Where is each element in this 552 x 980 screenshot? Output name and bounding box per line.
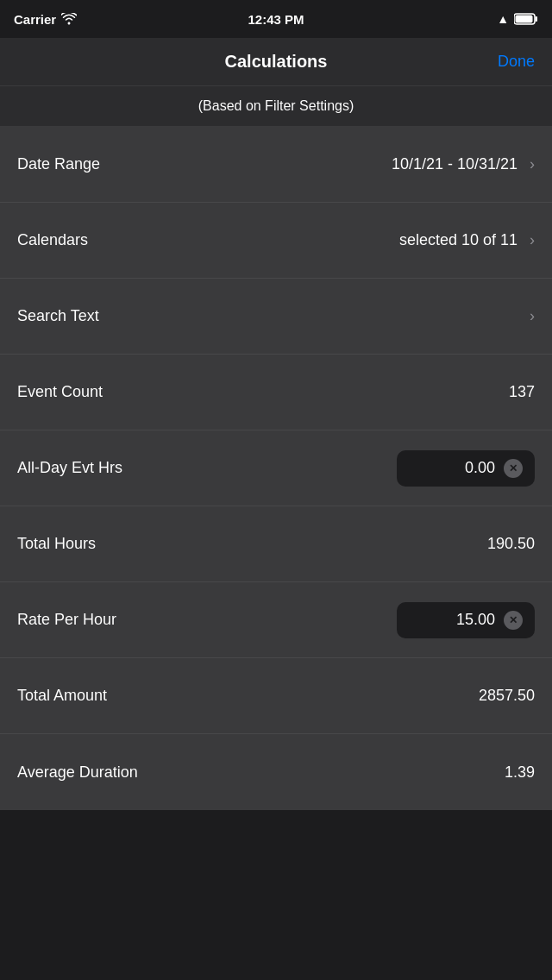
table-row-total-amount: Total Amount 2857.50 — [0, 658, 552, 734]
carrier-label: Carrier — [14, 12, 56, 27]
calendars-label: Calendars — [17, 231, 88, 249]
search-text-chevron: › — [530, 307, 535, 325]
location-icon: ▲ — [497, 12, 509, 26]
table-row-rate-per-hour[interactable]: Rate Per Hour ✕ — [0, 582, 552, 658]
page-title: Calculations — [225, 52, 328, 72]
search-text-label: Search Text — [17, 307, 99, 325]
rate-per-hour-input-wrapper: ✕ — [397, 602, 535, 638]
table-row-date-range[interactable]: Date Range 10/1/21 - 10/31/21 › — [0, 127, 552, 203]
event-count-value: 137 — [509, 383, 535, 401]
status-bar: Carrier 12:43 PM ▲ — [0, 0, 552, 38]
date-range-label: Date Range — [17, 155, 100, 173]
table-row-average-duration: Average Duration 1.39 — [0, 734, 552, 810]
svg-rect-2 — [516, 16, 533, 23]
status-bar-right: ▲ — [497, 12, 538, 26]
table-row-all-day-evt-hrs[interactable]: All-Day Evt Hrs ✕ — [0, 430, 552, 506]
rate-per-hour-input[interactable] — [426, 611, 495, 629]
calculations-table: Date Range 10/1/21 - 10/31/21 › Calendar… — [0, 127, 552, 810]
nav-bar: Calculations Done — [0, 38, 552, 86]
calendars-value: selected 10 of 11 › — [399, 231, 535, 249]
table-row-event-count: Event Count 137 — [0, 355, 552, 430]
rate-per-hour-input-box[interactable]: ✕ — [397, 602, 535, 638]
event-count-label: Event Count — [17, 383, 103, 401]
total-hours-label: Total Hours — [17, 535, 96, 553]
average-duration-value: 1.39 — [505, 763, 535, 782]
all-day-evt-hrs-input[interactable] — [426, 459, 495, 477]
table-row-total-hours: Total Hours 190.50 — [0, 506, 552, 582]
date-range-value: 10/1/21 - 10/31/21 › — [392, 155, 535, 173]
table-row-calendars[interactable]: Calendars selected 10 of 11 › — [0, 203, 552, 279]
battery-icon — [514, 13, 538, 25]
date-range-chevron: › — [530, 155, 535, 173]
status-bar-time: 12:43 PM — [248, 12, 304, 27]
all-day-evt-hrs-input-box[interactable]: ✕ — [397, 450, 535, 487]
all-day-evt-hrs-clear-button[interactable]: ✕ — [504, 459, 523, 478]
table-row-search-text[interactable]: Search Text › — [0, 279, 552, 355]
status-bar-left: Carrier — [14, 12, 77, 27]
filter-note: (Based on Filter Settings) — [0, 86, 552, 127]
rate-per-hour-label: Rate Per Hour — [17, 611, 116, 629]
total-amount-value: 2857.50 — [479, 687, 535, 705]
search-text-value: › — [524, 307, 535, 325]
average-duration-label: Average Duration — [17, 763, 138, 782]
total-hours-value: 190.50 — [487, 535, 535, 553]
total-amount-label: Total Amount — [17, 687, 107, 705]
all-day-evt-hrs-input-wrapper: ✕ — [397, 450, 535, 487]
all-day-evt-hrs-label: All-Day Evt Hrs — [17, 459, 122, 477]
calendars-chevron: › — [530, 231, 535, 249]
svg-rect-1 — [536, 16, 538, 22]
bottom-area — [0, 810, 552, 879]
wifi-icon — [61, 13, 77, 25]
done-button[interactable]: Done — [498, 53, 535, 71]
rate-per-hour-clear-button[interactable]: ✕ — [504, 611, 523, 630]
